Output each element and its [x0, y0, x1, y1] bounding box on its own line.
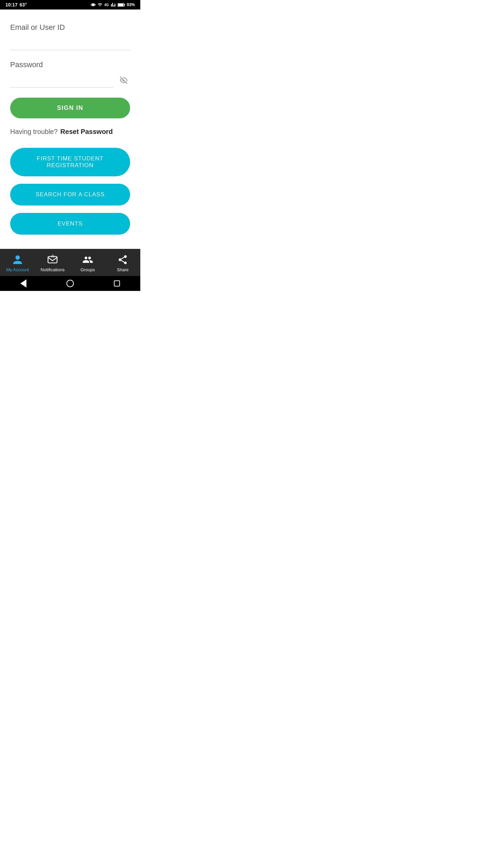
- nav-label-groups: Groups: [80, 267, 95, 272]
- email-label: Email or User ID: [10, 23, 130, 32]
- share-icon: [117, 254, 129, 266]
- svg-rect-1: [118, 4, 123, 6]
- recents-square-icon: [114, 280, 120, 287]
- groups-icon: [82, 254, 94, 266]
- password-input[interactable]: [10, 75, 113, 87]
- status-bar: 10:17 63° 4G 93%: [0, 0, 140, 9]
- nav-item-my-account[interactable]: My Account: [0, 254, 35, 272]
- password-label: Password: [10, 60, 130, 69]
- eye-slash-icon: [120, 77, 127, 84]
- status-time: 10:17: [5, 2, 18, 7]
- recents-button[interactable]: [110, 278, 124, 289]
- wifi-icon: [97, 2, 103, 7]
- nav-item-share[interactable]: Share: [105, 254, 141, 272]
- sign-in-button[interactable]: SIGN IN: [10, 98, 130, 118]
- battery-percent: 93%: [127, 2, 135, 7]
- nav-label-my-account: My Account: [6, 267, 29, 272]
- home-circle-icon: [66, 280, 74, 287]
- status-temperature: 63°: [20, 2, 27, 7]
- nav-label-share: Share: [117, 267, 129, 272]
- reset-password-link[interactable]: Reset Password: [60, 128, 113, 136]
- home-button[interactable]: [63, 278, 77, 289]
- signal-icon: [110, 2, 116, 7]
- svg-marker-4: [52, 254, 55, 257]
- back-triangle-icon: [20, 279, 26, 288]
- android-nav-bar: [0, 276, 140, 291]
- svg-rect-2: [124, 4, 125, 5]
- bottom-nav: My Account Notifications Groups: [0, 249, 140, 276]
- notification-icon: [46, 254, 59, 266]
- back-button[interactable]: [17, 278, 30, 289]
- nav-item-notifications[interactable]: Notifications: [35, 254, 70, 272]
- events-button[interactable]: EVENTS: [10, 213, 130, 235]
- vibrate-icon: [91, 2, 96, 7]
- person-icon: [12, 254, 24, 266]
- main-content: Email or User ID Password SIGN IN Having…: [0, 9, 140, 249]
- nav-label-notifications: Notifications: [41, 267, 65, 272]
- email-field-group: Email or User ID: [10, 23, 130, 50]
- status-icons: 4G 93%: [91, 2, 135, 7]
- password-field-group: Password: [10, 60, 130, 87]
- battery-icon: [118, 3, 125, 7]
- trouble-text: Having trouble?: [10, 128, 58, 136]
- email-input-wrapper: [10, 37, 130, 50]
- password-input-wrapper: [10, 75, 130, 87]
- nav-item-groups[interactable]: Groups: [70, 254, 105, 272]
- search-class-button[interactable]: SEARCH FOR A CLASS: [10, 184, 130, 205]
- first-time-registration-button[interactable]: FIRST TIME STUDENT REGISTRATION: [10, 148, 130, 176]
- network-type: 4G: [104, 3, 109, 7]
- email-input[interactable]: [10, 37, 130, 50]
- trouble-row: Having trouble? Reset Password: [10, 128, 130, 136]
- password-toggle-button[interactable]: [120, 77, 127, 86]
- svg-rect-3: [48, 256, 57, 263]
